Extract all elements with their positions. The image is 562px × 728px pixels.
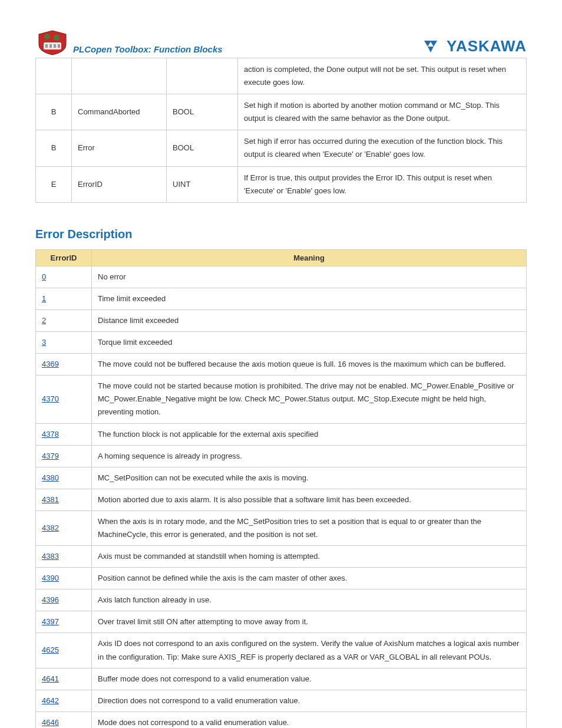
error-meaning: Direction does not correspond to a valid… xyxy=(92,690,527,711)
table-row: 3Torque limit exceeded xyxy=(36,332,527,354)
error-id-cell: 4641 xyxy=(36,668,92,690)
table-row: 4397Over travel limit still ON after att… xyxy=(36,611,527,633)
table-row: 4380MC_SetPosition can not be executed w… xyxy=(36,467,527,489)
table-row: BCommandAbortedBOOLSet high if motion is… xyxy=(36,94,527,130)
yaskawa-mark-icon xyxy=(423,39,443,54)
error-id-link[interactable]: 4382 xyxy=(42,523,59,532)
param-desc: Set high if error has occurred during th… xyxy=(238,130,527,166)
error-id-link[interactable]: 0 xyxy=(42,272,46,281)
table-row: 4641Buffer mode does not correspond to a… xyxy=(36,668,527,690)
table-row: 4390Position cannot be defined while the… xyxy=(36,568,527,589)
error-id-link[interactable]: 4396 xyxy=(42,595,59,604)
param-desc: Set high if motion is aborted by another… xyxy=(238,94,527,130)
error-id-cell: 4390 xyxy=(36,568,92,589)
error-id-cell: 4646 xyxy=(36,711,92,728)
error-meaning: Position cannot be defined while the axi… xyxy=(92,568,527,589)
table-row: 4396Axis latch function already in use. xyxy=(36,589,527,611)
param-type: UINT xyxy=(167,166,238,202)
error-meaning: When the axis is in rotary mode, and the… xyxy=(92,510,527,545)
table-row: 0No error xyxy=(36,266,527,288)
param-type: BOOL xyxy=(167,94,238,130)
error-id-link[interactable]: 4378 xyxy=(42,430,59,439)
table-row: 4646Mode does not correspond to a valid … xyxy=(36,711,527,728)
error-id-link[interactable]: 4370 xyxy=(42,394,59,403)
svg-point-0 xyxy=(44,34,50,39)
error-id-cell: 4379 xyxy=(36,445,92,467)
table-row: 4381Motion aborted due to axis alarm. It… xyxy=(36,489,527,510)
table-row: 4378The function block is not applicable… xyxy=(36,423,527,445)
error-id-link[interactable]: 3 xyxy=(42,338,46,347)
error-id-cell: 4370 xyxy=(36,375,92,423)
table-row: 1Time limit exceeded xyxy=(36,288,527,309)
table-row: EErrorIDUINTIf Error is true, this outpu… xyxy=(36,166,527,202)
svg-point-1 xyxy=(54,35,59,41)
param-name: Error xyxy=(72,130,167,166)
error-meaning: Over travel limit still ON after attempt… xyxy=(92,611,527,633)
param-name: CommandAborted xyxy=(72,94,167,130)
param-desc: action is completed, the Done output wil… xyxy=(238,58,527,94)
error-table-header-id: ErrorID xyxy=(36,249,92,266)
error-id-cell: 4383 xyxy=(36,546,92,568)
svg-rect-3 xyxy=(45,44,48,48)
error-id-cell: 4369 xyxy=(36,354,92,375)
error-id-cell: 3 xyxy=(36,332,92,354)
error-meaning: MC_SetPosition can not be executed while… xyxy=(92,467,527,489)
error-meaning: Axis must be commanded at standstill whe… xyxy=(92,546,527,568)
table-row: action is completed, the Done output wil… xyxy=(36,58,527,94)
section-heading: Error Description xyxy=(35,228,527,241)
error-meaning: The function block is not applicable for… xyxy=(92,423,527,445)
error-meaning: Axis ID does not correspond to an axis c… xyxy=(92,633,527,668)
error-id-cell: 4381 xyxy=(36,489,92,510)
error-id-link[interactable]: 4641 xyxy=(42,674,59,683)
error-meaning: The move could not be started because mo… xyxy=(92,375,527,423)
error-id-link[interactable]: 4383 xyxy=(42,552,59,561)
error-id-link[interactable]: 4379 xyxy=(42,452,59,460)
error-id-link[interactable]: 4397 xyxy=(42,617,59,626)
error-id-link[interactable]: 4642 xyxy=(42,696,59,705)
error-meaning: A homing sequence is already in progress… xyxy=(92,445,527,467)
error-id-cell: 4378 xyxy=(36,423,92,445)
table-row: BErrorBOOLSet high if error has occurred… xyxy=(36,130,527,166)
param-name xyxy=(72,58,167,94)
error-meaning: The move could not be buffered because t… xyxy=(92,354,527,375)
error-id-cell: 2 xyxy=(36,309,92,331)
table-row: 4642Direction does not correspond to a v… xyxy=(36,690,527,711)
error-id-link[interactable]: 4381 xyxy=(42,495,59,504)
table-row: 4370The move could not be started becaus… xyxy=(36,375,527,423)
error-id-link[interactable]: 4369 xyxy=(42,360,59,368)
svg-rect-5 xyxy=(54,44,56,48)
error-id-cell: 4642 xyxy=(36,690,92,711)
error-id-link[interactable]: 4380 xyxy=(42,473,59,482)
error-meaning: Motion aborted due to axis alarm. It is … xyxy=(92,489,527,510)
error-meaning: Mode does not correspond to a valid enum… xyxy=(92,711,527,728)
table-row: 4625Axis ID does not correspond to an ax… xyxy=(36,633,527,668)
error-id-link[interactable]: 4390 xyxy=(42,574,59,582)
header-title: PLCopen Toolbox: Function Blocks xyxy=(73,44,223,55)
param-col1 xyxy=(36,58,72,94)
param-col1: B xyxy=(36,94,72,130)
svg-rect-4 xyxy=(49,44,52,48)
error-id-cell: 4380 xyxy=(36,467,92,489)
error-id-cell: 4396 xyxy=(36,589,92,611)
error-meaning: Time limit exceeded xyxy=(92,288,527,309)
brand-logo: YASKAWA xyxy=(423,37,527,55)
error-id-cell: 4625 xyxy=(36,633,92,668)
param-type xyxy=(167,58,238,94)
table-row: 4369The move could not be buffered becau… xyxy=(36,354,527,375)
error-id-link[interactable]: 4625 xyxy=(42,645,59,654)
parameters-table: action is completed, the Done output wil… xyxy=(35,58,527,203)
error-meaning: No error xyxy=(92,266,527,288)
error-id-cell: 1 xyxy=(36,288,92,309)
error-id-cell: 4397 xyxy=(36,611,92,633)
param-type: BOOL xyxy=(167,130,238,166)
svg-rect-6 xyxy=(58,44,60,48)
error-id-link[interactable]: 4646 xyxy=(42,718,59,727)
param-name: ErrorID xyxy=(72,166,167,202)
error-id-cell: 4382 xyxy=(36,510,92,545)
table-row: 4379A homing sequence is already in prog… xyxy=(36,445,527,467)
table-row: 4382When the axis is in rotary mode, and… xyxy=(36,510,527,545)
error-id-link[interactable]: 1 xyxy=(42,294,46,303)
error-meaning: Torque limit exceeded xyxy=(92,332,527,354)
error-id-link[interactable]: 2 xyxy=(42,316,46,325)
page-header: PLCopen Toolbox: Function Blocks YASKAWA xyxy=(35,29,527,55)
